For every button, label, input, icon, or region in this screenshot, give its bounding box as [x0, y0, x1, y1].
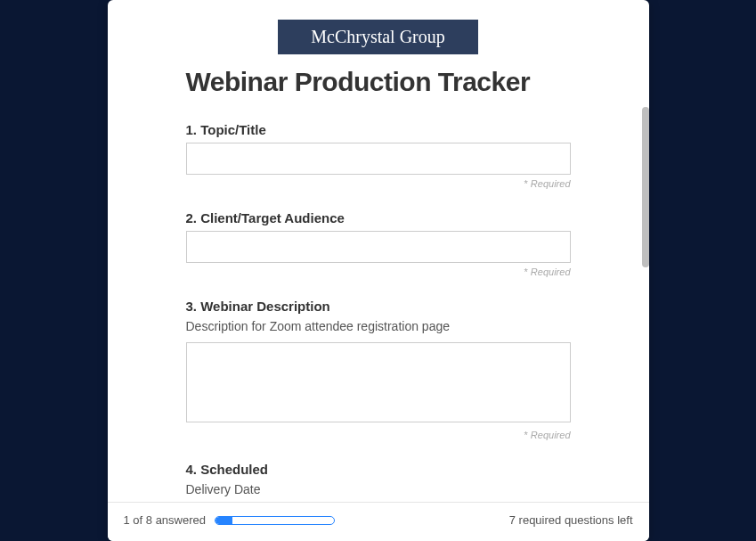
brand-banner: McChrystal Group [278, 20, 478, 54]
question-sublabel: Description for Zoom attendee registrati… [186, 319, 571, 333]
scrollbar-thumb[interactable] [642, 107, 649, 267]
remaining-count: 7 required questions left [509, 513, 633, 527]
form-scroll-area[interactable]: McChrystal Group Webinar Production Trac… [108, 0, 649, 502]
question-client-audience: 2. Client/Target Audience Required [186, 210, 571, 277]
progress-wrap: 1 of 8 answered [124, 513, 336, 527]
required-tag: Required [186, 430, 571, 440]
question-label: 2. Client/Target Audience [186, 210, 571, 225]
client-audience-input[interactable] [186, 231, 571, 263]
progress-fill [215, 517, 232, 524]
answered-count: 1 of 8 answered [124, 513, 207, 527]
question-scheduled: 4. Scheduled Delivery Date [186, 462, 571, 496]
question-sublabel: Delivery Date [186, 482, 571, 496]
question-topic-title: 1. Topic/Title Required [186, 122, 571, 189]
question-webinar-description: 3. Webinar Description Description for Z… [186, 299, 571, 440]
question-label: 4. Scheduled [186, 462, 571, 477]
question-label: 3. Webinar Description [186, 299, 571, 314]
page-title: Webinar Production Tracker [186, 67, 571, 97]
question-label: 1. Topic/Title [186, 122, 571, 137]
footer-bar: 1 of 8 answered 7 required questions lef… [108, 502, 649, 541]
topic-title-input[interactable] [186, 143, 571, 175]
form-window: McChrystal Group Webinar Production Trac… [108, 0, 649, 541]
webinar-description-input[interactable] [186, 342, 571, 422]
progress-bar [215, 516, 335, 525]
required-tag: Required [186, 178, 571, 189]
required-tag: Required [186, 266, 571, 277]
